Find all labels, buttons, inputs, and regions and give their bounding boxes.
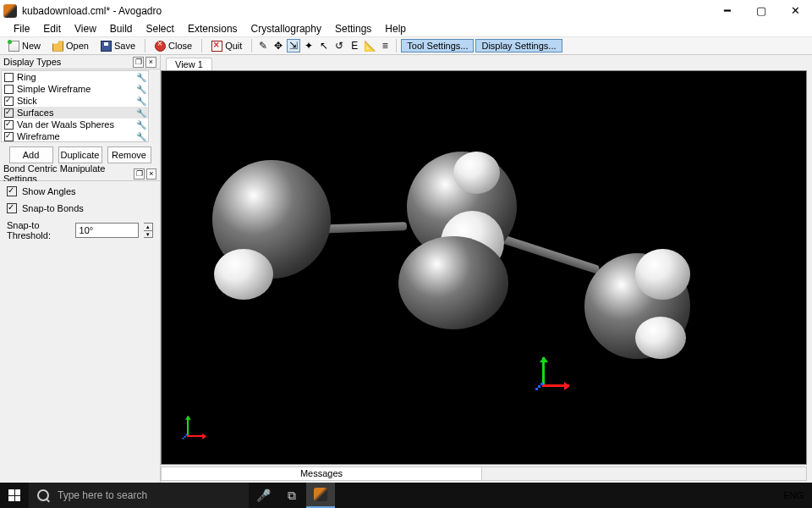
remove-button[interactable]: Remove bbox=[107, 146, 151, 163]
menu-file[interactable]: File bbox=[7, 22, 36, 36]
undock-bond-panel-button[interactable]: ❐ bbox=[134, 168, 144, 179]
list-scrollbar[interactable] bbox=[150, 69, 160, 143]
display-types-list: Ring🔧 Simple Wireframe🔧 Stick🔧 Surfaces🔧… bbox=[1, 70, 149, 142]
select-tool-icon[interactable]: ↖ bbox=[317, 39, 331, 52]
checkbox[interactable] bbox=[7, 203, 17, 213]
checkbox[interactable] bbox=[4, 85, 14, 94]
draw-tool-icon[interactable]: ✎ bbox=[256, 39, 270, 52]
open-icon bbox=[52, 41, 63, 52]
close-label: Close bbox=[168, 41, 192, 51]
search-placeholder: Type here to search bbox=[58, 489, 147, 501]
snap-to-bonds-label: Snap-to Bonds bbox=[22, 203, 84, 213]
menu-help[interactable]: Help bbox=[378, 22, 413, 36]
new-button[interactable]: New bbox=[3, 39, 46, 53]
display-settings-button[interactable]: Display Settings... bbox=[475, 39, 562, 52]
rotate-tool-icon[interactable]: ↺ bbox=[332, 39, 346, 52]
close-bond-panel-button[interactable]: × bbox=[146, 168, 156, 179]
list-item[interactable]: Simple Wireframe🔧 bbox=[2, 83, 148, 95]
molecule-atom bbox=[398, 236, 508, 329]
wrench-icon[interactable]: 🔧 bbox=[136, 108, 145, 118]
maximize-button[interactable]: ▢ bbox=[744, 0, 778, 21]
checkbox[interactable] bbox=[4, 120, 14, 130]
3d-viewport[interactable] bbox=[161, 70, 807, 465]
list-item-label: Surfaces bbox=[17, 108, 53, 118]
checkbox[interactable] bbox=[4, 97, 14, 106]
undock-display-types-button[interactable]: ❐ bbox=[133, 57, 144, 68]
open-label: Open bbox=[66, 41, 89, 51]
messages-tab[interactable]: Messages bbox=[161, 467, 482, 481]
quit-button[interactable]: Quit bbox=[206, 39, 247, 53]
display-types-title: Display Types bbox=[3, 57, 61, 67]
close-window-button[interactable]: ✕ bbox=[778, 0, 812, 21]
molecule-atom bbox=[635, 317, 686, 359]
menu-crystallography[interactable]: Crystallography bbox=[244, 22, 328, 36]
molecule-bond bbox=[493, 232, 601, 274]
list-item[interactable]: Van der Waals Spheres🔧 bbox=[2, 119, 148, 130]
checkbox[interactable] bbox=[4, 73, 14, 82]
app-icon bbox=[3, 4, 17, 18]
molecule-atom bbox=[453, 152, 500, 194]
quit-icon bbox=[211, 41, 222, 52]
start-button[interactable] bbox=[0, 483, 29, 508]
open-button[interactable]: Open bbox=[47, 39, 94, 53]
menu-build[interactable]: Build bbox=[103, 22, 140, 36]
snap-to-bonds-row[interactable]: Snap-to Bonds bbox=[7, 203, 153, 213]
task-view-icon[interactable]: ⧉ bbox=[277, 483, 306, 508]
snap-threshold-spinner[interactable]: ▲▼ bbox=[144, 223, 153, 238]
taskbar-app-avogadro[interactable] bbox=[306, 483, 335, 508]
menu-bar: File Edit View Build Select Extensions C… bbox=[0, 21, 812, 36]
quit-label: Quit bbox=[225, 41, 242, 51]
wrench-icon[interactable]: 🔧 bbox=[136, 120, 145, 130]
list-item[interactable]: Stick🔧 bbox=[2, 95, 148, 107]
show-angles-row[interactable]: Show Angles bbox=[7, 186, 153, 196]
list-item-label: Wireframe bbox=[17, 131, 60, 141]
save-label: Save bbox=[114, 41, 135, 51]
close-display-types-button[interactable]: × bbox=[145, 57, 156, 68]
list-item-label: Van der Waals Spheres bbox=[17, 119, 114, 130]
checkbox[interactable] bbox=[4, 108, 14, 118]
bond-centric-tool-icon[interactable]: ⇲ bbox=[287, 39, 300, 52]
tool-settings-button[interactable]: Tool Settings... bbox=[401, 39, 474, 52]
menu-select[interactable]: Select bbox=[140, 22, 181, 36]
window-titlebar: kubadownload.cml* - Avogadro ━ ▢ ✕ bbox=[0, 0, 812, 21]
taskbar-search[interactable]: Type here to search bbox=[29, 483, 249, 508]
minimize-button[interactable]: ━ bbox=[710, 0, 744, 21]
tray-lang[interactable]: ENG bbox=[783, 490, 804, 500]
bond-centric-header: Bond Centric Manipulate Settings ❐ × bbox=[0, 167, 160, 181]
menu-extensions[interactable]: Extensions bbox=[181, 22, 244, 36]
wrench-icon[interactable]: 🔧 bbox=[136, 73, 145, 82]
align-tool-icon[interactable]: ≡ bbox=[378, 39, 392, 52]
list-item[interactable]: Wireframe🔧 bbox=[2, 130, 148, 142]
snap-threshold-input[interactable] bbox=[75, 223, 139, 238]
left-dock: Display Types ❐ × Ring🔧 Simple Wireframe… bbox=[0, 55, 161, 483]
list-item[interactable]: Surfaces🔧 bbox=[2, 107, 148, 119]
app-icon bbox=[314, 488, 327, 501]
windows-logo-icon bbox=[8, 489, 20, 501]
menu-edit[interactable]: Edit bbox=[36, 22, 68, 36]
list-item[interactable]: Ring🔧 bbox=[2, 71, 148, 83]
wrench-icon[interactable]: 🔧 bbox=[136, 132, 145, 141]
duplicate-button[interactable]: Duplicate bbox=[58, 146, 102, 163]
save-icon bbox=[101, 41, 112, 52]
cortana-mic-icon[interactable]: 🎤 bbox=[249, 483, 277, 508]
main-toolbar: New Open Save Close Quit ✎ ✥ ⇲ ✦ ↖ ↺ E 📐… bbox=[0, 36, 812, 55]
windows-taskbar: Type here to search 🎤 ⧉ ENG bbox=[0, 483, 812, 508]
view-tab[interactable]: View 1 bbox=[166, 58, 212, 70]
close-button[interactable]: Close bbox=[150, 39, 197, 53]
checkbox[interactable] bbox=[4, 132, 14, 141]
save-button[interactable]: Save bbox=[96, 39, 140, 53]
wrench-icon[interactable]: 🔧 bbox=[136, 97, 145, 106]
list-item-label: Simple Wireframe bbox=[17, 84, 91, 94]
add-button[interactable]: Add bbox=[9, 146, 53, 163]
menu-settings[interactable]: Settings bbox=[328, 22, 378, 36]
autooptimize-tool-icon[interactable]: E bbox=[348, 39, 361, 52]
navigate-tool-icon[interactable]: ✥ bbox=[272, 39, 285, 52]
measure-tool-icon[interactable]: 📐 bbox=[363, 39, 376, 52]
new-icon bbox=[8, 41, 19, 52]
window-title: kubadownload.cml* - Avogadro bbox=[22, 5, 710, 17]
menu-view[interactable]: View bbox=[68, 22, 103, 36]
molecule-atom bbox=[214, 249, 273, 300]
wrench-icon[interactable]: 🔧 bbox=[136, 85, 145, 94]
manipulate-tool-icon[interactable]: ✦ bbox=[302, 39, 315, 52]
checkbox[interactable] bbox=[7, 186, 17, 196]
